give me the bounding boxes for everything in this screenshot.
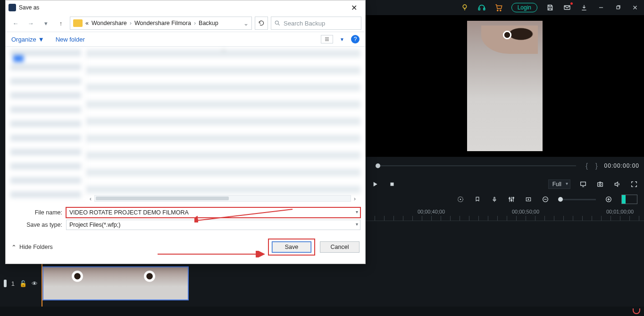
search-placeholder: Search Backup [284,20,325,27]
nav-forward-button[interactable]: → [25,17,37,29]
mixer-icon[interactable] [507,195,516,204]
svg-point-23 [275,21,278,24]
window-minimize-icon[interactable] [597,3,605,12]
timeline-toolstrip [365,191,644,207]
window-close-icon[interactable] [631,3,639,12]
dialog-form: File name: VIDEO ROTATE PROJECT DEMO FIL… [6,203,365,230]
headset-icon[interactable] [477,3,486,12]
chevron-right-icon[interactable]: › [130,20,132,26]
search-icon [274,20,281,26]
svg-rect-1 [478,8,480,10]
stop-icon[interactable] [388,180,396,188]
folder-tree[interactable] [10,50,81,200]
address-bar[interactable]: « Wondershare › Wondershare Filmora › Ba… [70,17,252,30]
login-button[interactable]: Login [511,3,537,12]
svg-rect-11 [598,183,603,187]
render-preview-icon[interactable] [456,195,465,204]
snapshot-icon[interactable] [596,180,604,188]
organize-menu[interactable]: Organize ▼ [11,36,44,43]
caret-down-icon: ▼ [38,36,44,43]
track-index: 1 [11,280,15,287]
voice-icon[interactable] [490,195,499,204]
svg-point-3 [497,10,498,11]
save-disk-icon[interactable] [546,3,554,12]
save-as-dialog: Save as ✕ ← → ▾ ↑ « Wondershare › Wonder… [5,0,366,264]
in-out-markers[interactable]: { } [585,162,600,170]
save-button[interactable]: Save [272,241,311,253]
mail-icon[interactable] [563,3,571,12]
breadcrumb-item[interactable]: Backup [199,20,218,26]
marker-icon[interactable] [473,195,482,204]
player-controls: Full [365,175,644,194]
file-browser-pane: ⌃ ‹ › [6,47,365,203]
help-button[interactable]: ? [351,35,360,43]
window-restore-icon[interactable] [614,3,622,12]
save-type-value: Project Files(*.wfp;) [69,222,120,228]
preview-viewport[interactable] [365,15,644,157]
dialog-close-button[interactable]: ✕ [345,3,362,12]
scroll-right-icon[interactable]: › [351,195,359,202]
svg-rect-9 [391,183,394,186]
cancel-button[interactable]: Cancel [320,241,360,253]
scroll-left-icon[interactable]: ‹ [87,195,94,202]
timeline-track-row: 1 🔓 👁 [0,265,644,302]
app-favicon-icon [8,4,16,11]
svg-rect-8 [617,6,619,9]
save-type-label: Save as type: [10,222,62,228]
svg-rect-6 [549,8,551,10]
file-list[interactable]: ⌃ [86,50,360,200]
volume-icon[interactable] [613,180,621,188]
timeline-clip[interactable] [42,266,189,300]
play-icon[interactable] [371,180,379,188]
address-overflow-icon[interactable]: ⌄ [243,20,249,27]
nav-up-button[interactable]: ↑ [55,17,67,29]
breadcrumb-item[interactable]: Wondershare [92,20,127,26]
zoom-out-icon[interactable] [541,195,550,204]
dialog-titlebar: Save as ✕ [6,0,365,15]
svg-rect-15 [494,197,495,200]
list-header-sort-icon[interactable]: ⌃ [221,49,226,55]
zoom-in-icon[interactable] [604,195,613,204]
horizontal-scrollbar[interactable]: ‹ › [87,195,359,202]
filename-label: File name: [10,209,62,216]
clip-thumb [116,267,188,299]
view-caret-icon[interactable]: ▼ [340,37,344,42]
nav-back-button[interactable]: ← [9,17,22,29]
eye-icon[interactable]: 👁 [32,280,38,287]
folder-search-input[interactable]: Search Backup [271,17,361,30]
preview-scrubber[interactable] [376,165,576,166]
folder-icon [73,19,83,27]
view-mode-dropdown[interactable] [321,35,333,43]
save-button-highlight: Save [268,239,315,256]
new-folder-button[interactable]: New folder [56,36,85,43]
playback-quality-select[interactable]: Full [548,179,570,189]
clip-thumb [43,267,116,299]
fullscreen-icon[interactable] [630,180,638,188]
app-bottom-bar [0,307,644,316]
svg-point-14 [460,199,461,200]
lock-icon[interactable]: 🔓 [19,280,27,287]
download-icon[interactable] [580,3,588,12]
app-titlebar: Login [366,0,644,15]
dialog-footer: ⌃ Hide Folders Save Cancel [6,232,365,260]
track-head: 1 🔓 👁 [0,265,38,302]
hide-folders-toggle[interactable]: ⌃ Hide Folders [11,244,53,251]
timeline-minimap[interactable] [621,195,637,204]
cart-icon[interactable] [494,3,503,12]
filename-input[interactable]: VIDEO ROTATE PROJECT DEMO FILMORA [66,207,360,218]
video-track-icon[interactable] [4,280,7,287]
timeline-ruler[interactable]: 00;00;40;00 00;00;50;00 00;01;00;00 [365,208,644,221]
zoom-slider[interactable] [558,199,596,200]
ruler-tick: 00;00;40;00 [418,209,445,214]
monitor-icon[interactable] [579,180,587,188]
scrubber-row: { } 00:00:00:00 [365,157,644,175]
scroll-track[interactable] [94,195,351,202]
svg-point-20 [528,199,529,200]
chevron-right-icon[interactable]: › [194,20,196,26]
nav-recent-dropdown[interactable]: ▾ [40,17,52,29]
tips-icon[interactable] [460,3,469,12]
breadcrumb-item[interactable]: Wondershare Filmora [134,20,191,26]
frame-icon[interactable] [524,195,533,204]
refresh-button[interactable] [255,17,268,30]
save-type-select[interactable]: Project Files(*.wfp;) [66,220,360,230]
